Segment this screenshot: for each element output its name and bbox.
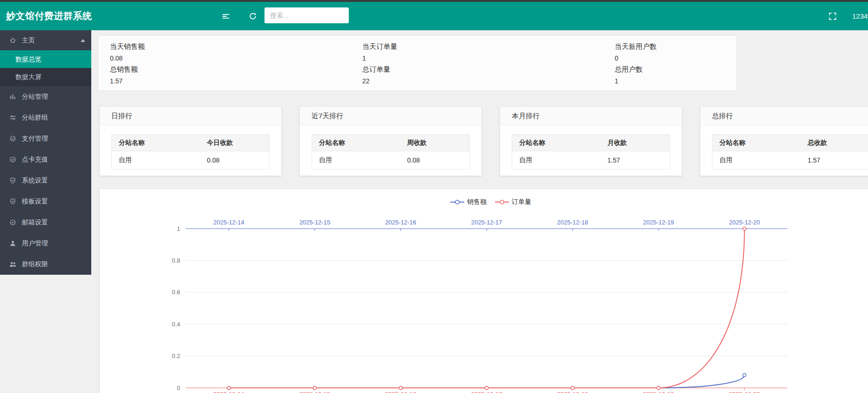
menu-collapse-icon[interactable] <box>222 12 230 20</box>
table-row: 自用1.57 <box>512 151 670 169</box>
user-icon <box>9 240 16 247</box>
sliders-icon <box>9 114 16 121</box>
sidebar-item-data-screen[interactable]: 数据大屏 <box>0 68 91 86</box>
sidebar-item-label: 数据总览 <box>15 55 41 63</box>
sidebar-item-card-recharge[interactable]: 点卡充值 <box>0 149 91 170</box>
stat-label: 当天销售额 <box>110 42 351 51</box>
stat-cell: 当天销售额 0.08 <box>98 41 351 64</box>
svg-text:2025-12-15: 2025-12-15 <box>299 391 331 393</box>
svg-text:2025-12-17: 2025-12-17 <box>471 219 502 226</box>
svg-text:0: 0 <box>177 385 180 392</box>
user-id-text[interactable]: 12345 <box>852 2 868 30</box>
sidebar-item-email-settings[interactable]: 邮箱设置 <box>0 212 91 233</box>
svg-text:2025-12-18: 2025-12-18 <box>557 219 588 226</box>
stat-value: 1 <box>615 77 736 85</box>
chevron-up-icon <box>81 39 85 42</box>
table-cell: 0.08 <box>200 156 269 164</box>
svg-text:1: 1 <box>177 225 180 232</box>
sidebar-item-label: 分站管理 <box>22 93 48 101</box>
rank-table: 分站名称总收款自用1.57 <box>712 134 868 169</box>
stat-label: 总销售额 <box>110 65 351 74</box>
table-row: 自用0.08 <box>112 151 269 169</box>
sidebar-item-label: 支付管理 <box>22 135 48 143</box>
app-title: 妙文馆付费进群系统 <box>6 2 92 30</box>
sidebar-item-label: 分站群组 <box>22 114 48 122</box>
svg-text:0.6: 0.6 <box>172 289 180 296</box>
stats-panel: 当天销售额 0.08当天订单量 1当天新用户数 0总销售额 1.57总订单量 2… <box>98 35 737 91</box>
refresh-icon <box>249 12 257 20</box>
svg-text:0.2: 0.2 <box>172 352 180 359</box>
fullscreen-icon <box>828 12 837 20</box>
legend-item-订单量[interactable]: 订单量 <box>495 198 531 206</box>
sidebar-item-payment-manage[interactable]: 支付管理 <box>0 128 91 149</box>
stat-value: 1 <box>362 54 603 62</box>
sidebar-nav: 主页数据总览数据大屏分站管理分站群组支付管理点卡充值系统设置模板设置邮箱设置用户… <box>0 30 91 275</box>
rank-card-title: 近7天排行 <box>300 107 481 126</box>
main-content: 当天销售额 0.08当天订单量 1当天新用户数 0总销售额 1.57总订单量 2… <box>91 30 868 393</box>
stat-label: 当天新用户数 <box>615 42 736 51</box>
sidebar-item-home[interactable]: 主页 <box>0 30 91 50</box>
sidebar-item-label: 邮箱设置 <box>22 218 48 227</box>
table-cell: 自用 <box>112 156 200 164</box>
stat-value: 0 <box>615 54 736 62</box>
stat-cell: 总订单量 22 <box>351 64 603 87</box>
sidebar-item-data-overview[interactable]: 数据总览 <box>0 50 91 68</box>
table-header-cell: 分站名称 <box>712 139 800 147</box>
table-cell: 自用 <box>512 156 600 164</box>
svg-text:2025-12-17: 2025-12-17 <box>471 391 502 393</box>
fullscreen-icon[interactable] <box>828 12 837 20</box>
rank-table: 分站名称月收款自用1.57 <box>512 134 670 169</box>
svg-text:2025-12-19: 2025-12-19 <box>643 219 674 226</box>
sidebar-item-substation-groups[interactable]: 分站群组 <box>0 107 91 128</box>
table-row: 自用1.57 <box>712 151 868 169</box>
legend-label: 订单量 <box>512 198 531 206</box>
home-icon <box>9 37 16 44</box>
table-header-cell: 今日收款 <box>200 139 269 147</box>
sidebar-item-label: 模板设置 <box>22 197 48 206</box>
svg-text:2025-12-18: 2025-12-18 <box>557 391 588 393</box>
shield-check-icon <box>9 198 16 205</box>
table-header-row: 分站名称周收款 <box>312 135 469 151</box>
table-cell: 自用 <box>312 156 400 164</box>
sidebar-item-label: 群组权限 <box>22 260 48 269</box>
refresh-icon[interactable] <box>249 12 257 20</box>
svg-text:2025-12-15: 2025-12-15 <box>299 219 331 226</box>
users-icon <box>9 261 16 268</box>
rank-card-title: 总排行 <box>700 107 868 126</box>
svg-text:0.8: 0.8 <box>172 257 180 264</box>
sidebar-item-group-permissions[interactable]: 群组权限 <box>0 254 91 275</box>
sidebar-item-user-manage[interactable]: 用户管理 <box>0 233 91 254</box>
svg-text:0.4: 0.4 <box>172 321 180 328</box>
check-circle-icon <box>9 135 16 142</box>
stat-value: 0.08 <box>110 54 351 62</box>
stat-cell: 总销售额 1.57 <box>98 64 351 87</box>
table-header-row: 分站名称月收款 <box>512 135 670 151</box>
search-input[interactable] <box>264 7 349 23</box>
table-header-row: 分站名称总收款 <box>712 135 868 151</box>
legend-item-销售额[interactable]: 销售额 <box>450 198 487 206</box>
legend-label: 销售额 <box>467 198 487 206</box>
bar-chart-icon <box>9 93 16 100</box>
table-header-cell: 周收款 <box>400 139 469 147</box>
svg-text:2025-12-20: 2025-12-20 <box>729 219 760 226</box>
sidebar-item-substation-manage[interactable]: 分站管理 <box>0 86 91 107</box>
sidebar-item-label: 数据大屏 <box>15 73 41 81</box>
sidebar-item-label: 主页 <box>22 36 35 45</box>
sidebar: 主页数据总览数据大屏分站管理分站群组支付管理点卡充值系统设置模板设置邮箱设置用户… <box>0 30 91 275</box>
sidebar-item-label: 用户管理 <box>22 239 48 248</box>
check-circle-icon <box>9 156 16 163</box>
svg-text:2025-12-14: 2025-12-14 <box>213 219 244 226</box>
table-cell: 0.08 <box>400 156 469 164</box>
table-header-cell: 总收款 <box>800 139 868 147</box>
stat-label: 当天订单量 <box>362 42 603 51</box>
rank-card: 本月排行分站名称月收款自用1.57 <box>500 106 682 176</box>
sidebar-item-system-settings[interactable]: 系统设置 <box>0 170 91 191</box>
stat-value: 1.57 <box>110 77 351 85</box>
stat-cell: 总用户数 1 <box>603 64 736 87</box>
svg-text:2025-12-14: 2025-12-14 <box>213 391 244 393</box>
sidebar-item-template-settings[interactable]: 模板设置 <box>0 191 91 212</box>
table-cell: 自用 <box>712 156 800 164</box>
shield-check-icon <box>9 177 16 184</box>
rank-table: 分站名称周收款自用0.08 <box>312 134 470 169</box>
menu-collapse-icon <box>222 12 230 20</box>
